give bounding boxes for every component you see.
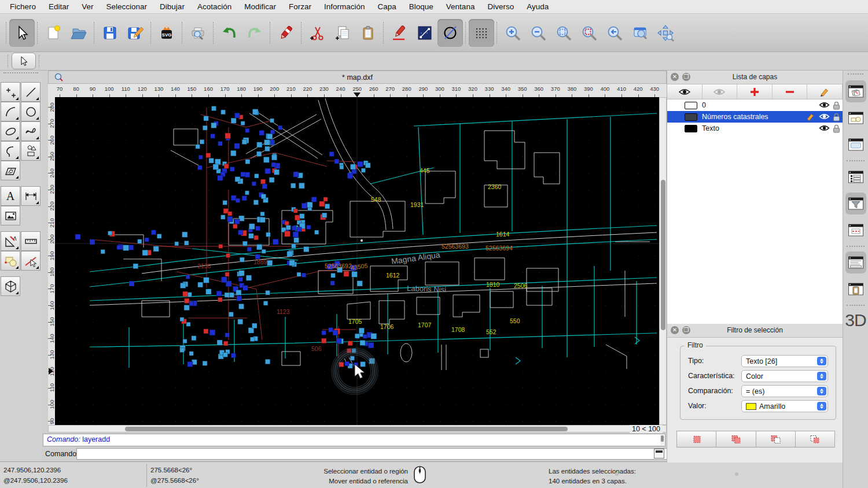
tool-hatch-button[interactable] — [1, 161, 20, 180]
menu-item-acotacion[interactable]: Acotación — [191, 2, 238, 11]
eye-icon[interactable] — [819, 113, 830, 120]
h-scroll-thumb[interactable] — [125, 427, 568, 431]
tool-arc-button[interactable] — [1, 102, 20, 121]
tool-solid-3d-button[interactable] — [1, 276, 20, 296]
dropdown-stepper-icon[interactable] — [817, 372, 826, 380]
menu-item-capa[interactable]: Capa — [372, 2, 403, 11]
filter-dropdown-comparacion-[interactable]: = (es) — [741, 385, 828, 397]
print-preview-button[interactable] — [185, 19, 211, 47]
history-scrollbar[interactable] — [660, 435, 664, 445]
clipboard-panel-button[interactable] — [845, 278, 866, 300]
zoom-previous-button[interactable] — [602, 19, 627, 47]
command-line-panel-button[interactable] — [845, 252, 866, 273]
menu-item-diverso[interactable]: Diverso — [481, 2, 520, 11]
add-to-selection-button[interactable] — [716, 431, 756, 447]
grid-toggle-button[interactable] — [469, 19, 494, 47]
filter-dropdown-caracteristica-[interactable]: Color — [741, 370, 828, 382]
v-scroll-thumb[interactable] — [661, 180, 665, 330]
block-list-panel-button[interactable] — [845, 107, 866, 129]
redo-button[interactable] — [242, 19, 267, 47]
map-canvas[interactable]: 2136188923301123506 44523605481931161416… — [55, 97, 659, 425]
lock-icon[interactable] — [833, 101, 840, 110]
layer-list-panel-button[interactable] — [845, 80, 866, 102]
intersect-selection-button[interactable] — [796, 431, 834, 447]
new-file-button[interactable] — [41, 19, 66, 47]
menu-item-ver[interactable]: Ver — [75, 2, 100, 11]
tool-ellipse-button[interactable] — [1, 121, 20, 141]
3d-panel-button[interactable]: 3D — [843, 310, 868, 330]
horizontal-scrollbar[interactable]: 10 < 100 — [48, 425, 667, 432]
eye-icon[interactable] — [819, 101, 830, 109]
menu-item-ventana[interactable]: Ventana — [440, 2, 481, 11]
pencil-icon[interactable] — [806, 113, 816, 121]
lock-icon[interactable] — [833, 113, 840, 121]
draw-pencil-button[interactable] — [387, 19, 412, 47]
tool-dimension-button[interactable] — [21, 186, 41, 206]
view-options-panel-button[interactable] — [845, 219, 866, 241]
selection-arrow-button[interactable] — [9, 19, 35, 47]
tool-ruler-button[interactable] — [21, 231, 41, 251]
paste-button[interactable] — [355, 19, 381, 47]
edit-layer-button[interactable] — [807, 84, 843, 99]
hide-all-layers-button[interactable] — [703, 84, 738, 99]
remove-layer-button[interactable] — [773, 84, 808, 99]
menu-item-ayuda[interactable]: Ayuda — [520, 2, 555, 11]
command-input[interactable] — [76, 448, 686, 460]
menu-item-dibujar[interactable]: Dibujar — [153, 2, 191, 11]
menu-item-forzar[interactable]: Forzar — [282, 2, 318, 11]
eye-icon[interactable] — [819, 124, 830, 132]
strip-drag-handle[interactable] — [848, 73, 863, 77]
delete-button[interactable] — [273, 19, 299, 47]
tool-modify-button[interactable] — [1, 251, 20, 271]
menu-item-seleccionar[interactable]: Seleccionar — [100, 2, 154, 11]
save-as-button[interactable] — [123, 19, 148, 47]
zoom-window-button[interactable] — [627, 19, 653, 47]
lock-icon[interactable] — [833, 124, 840, 133]
tool-line-button[interactable] — [21, 82, 41, 102]
dropdown-stepper-icon[interactable] — [817, 387, 826, 395]
tool-shapes-button[interactable] — [21, 141, 41, 161]
show-all-layers-button[interactable] — [667, 84, 703, 99]
zoom-selection-button[interactable] — [576, 19, 602, 47]
remove-from-selection-button[interactable] — [756, 431, 796, 447]
menu-item-bloque[interactable]: Bloque — [403, 2, 440, 11]
line-tool-button[interactable] — [412, 19, 437, 47]
library-browser-panel-button[interactable] — [845, 134, 866, 156]
command-history[interactable]: Comando: layeradd — [43, 434, 665, 446]
dropdown-stepper-icon[interactable] — [817, 357, 826, 365]
svg-export-button[interactable]: SVG — [154, 19, 179, 47]
cut-button[interactable] — [304, 19, 330, 47]
filter-dropdown-tipo-[interactable]: Texto [26] — [741, 355, 828, 367]
layer-row-texto[interactable]: Texto — [667, 123, 843, 134]
command-options-icon[interactable] — [654, 449, 664, 459]
property-editor-panel-button[interactable] — [845, 166, 866, 188]
current-tool-button[interactable] — [12, 53, 36, 69]
copy-button[interactable] — [330, 19, 355, 47]
tool-cad-tools-button[interactable] — [1, 231, 20, 251]
circle-slash-button[interactable] — [437, 19, 463, 47]
selection-filter-panel-button[interactable] — [845, 193, 866, 215]
open-file-button[interactable] — [66, 19, 91, 47]
menu-item-modificar[interactable]: Modificar — [238, 2, 282, 11]
tool-points-button[interactable] — [1, 82, 20, 102]
vertical-scrollbar[interactable] — [659, 97, 667, 425]
filter-dropdown-valor-[interactable]: Amarillo — [741, 400, 828, 412]
dropdown-stepper-icon[interactable] — [817, 402, 826, 411]
tool-circle-button[interactable] — [21, 102, 41, 121]
menu-item-informacion[interactable]: Información — [318, 2, 372, 11]
zoom-in-button[interactable] — [500, 19, 525, 47]
palette-drag-handle[interactable] — [3, 72, 38, 80]
replace-selection-button[interactable] — [677, 431, 716, 447]
menu-item-fichero[interactable]: Fichero — [3, 2, 42, 11]
tool-image-button[interactable] — [1, 206, 20, 225]
layer-row-numeros-catastrales[interactable]: Números catastrales — [667, 111, 843, 123]
save-button[interactable] — [97, 19, 123, 47]
layer-row-0[interactable]: 0 — [667, 99, 843, 111]
zoom-auto-button[interactable] — [551, 19, 576, 47]
tool-text-button[interactable]: A — [1, 186, 20, 206]
pan-button[interactable] — [653, 19, 678, 47]
document-tab[interactable]: * map.dxf — [48, 71, 667, 84]
add-layer-button[interactable] — [737, 84, 773, 99]
tool-polyline-button[interactable] — [1, 141, 20, 161]
zoom-out-button[interactable] — [525, 19, 551, 47]
